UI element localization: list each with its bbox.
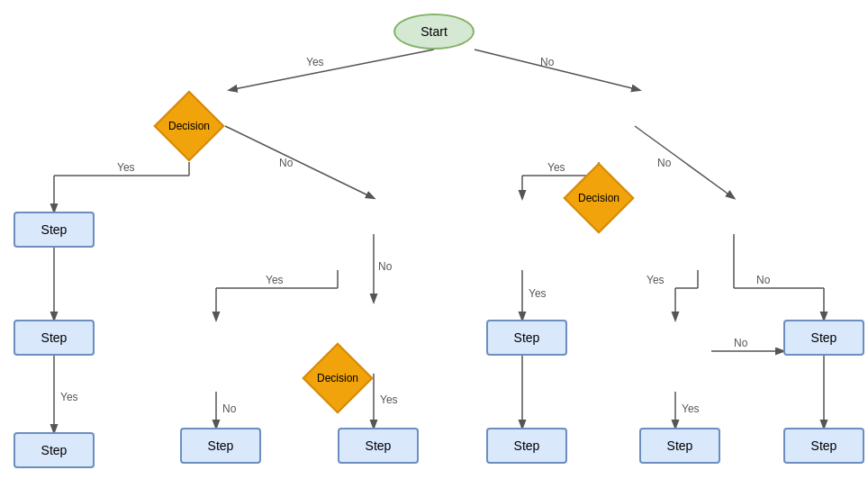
step-4b: Step: [486, 428, 567, 464]
decision-1: Decision: [153, 90, 225, 162]
svg-line-8: [225, 126, 374, 198]
svg-text:Yes: Yes: [117, 161, 135, 174]
svg-text:No: No: [222, 402, 237, 415]
step-5a: Step: [639, 428, 720, 464]
step-5b: Step: [783, 320, 864, 356]
decision-1-label: Decision: [153, 90, 225, 162]
svg-text:Yes: Yes: [682, 402, 700, 415]
svg-text:Yes: Yes: [529, 287, 547, 300]
decision-3: Decision: [302, 342, 374, 414]
svg-text:Yes: Yes: [266, 274, 284, 286]
svg-text:No: No: [756, 274, 771, 286]
step-1b: Step: [14, 320, 95, 356]
svg-text:No: No: [657, 157, 672, 169]
step-4a: Step: [486, 320, 567, 356]
decision-3-label: Decision: [302, 342, 374, 414]
svg-text:Yes: Yes: [380, 393, 398, 406]
svg-line-2: [475, 50, 639, 90]
decision-2-label: Decision: [563, 162, 635, 234]
step-1a: Step: [14, 212, 95, 248]
svg-line-0: [230, 50, 434, 90]
step-2a: Step: [180, 428, 261, 464]
step-3a: Step: [338, 428, 419, 464]
svg-text:No: No: [734, 337, 748, 349]
svg-text:Yes: Yes: [306, 56, 324, 68]
svg-text:No: No: [540, 56, 555, 68]
step-5c: Step: [783, 428, 864, 464]
svg-line-27: [635, 126, 734, 198]
decision-2: Decision: [563, 162, 635, 234]
svg-text:No: No: [279, 157, 294, 169]
svg-text:Yes: Yes: [646, 274, 665, 286]
svg-text:Yes: Yes: [60, 391, 78, 403]
step-1c: Step: [14, 432, 95, 468]
start-label: Start: [420, 24, 448, 39]
svg-text:No: No: [378, 260, 393, 273]
start-node: Start: [393, 14, 475, 50]
